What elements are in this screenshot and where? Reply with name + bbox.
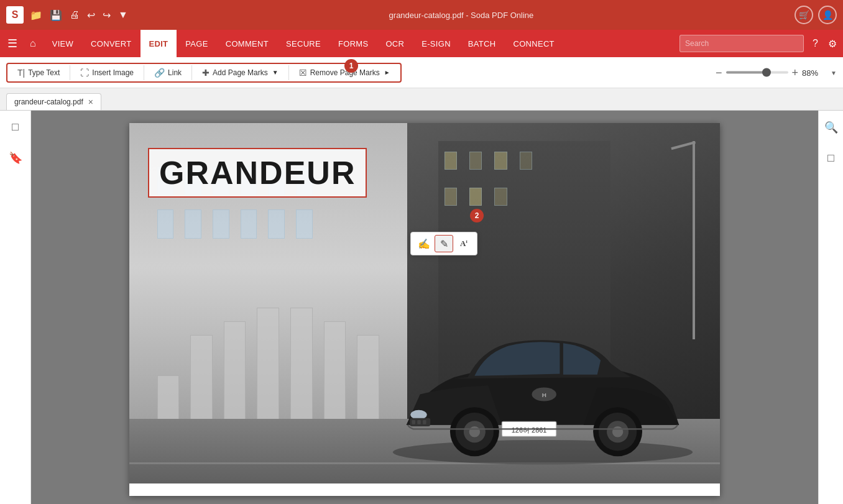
pencil-icon: ✎ xyxy=(440,238,448,250)
zoom-value: 88% xyxy=(802,68,827,77)
svg-point-4 xyxy=(469,426,481,438)
top-bar: S 📁 💾 🖨 ↩ ↪ ▼ grandeur-catalog.pdf - Sod… xyxy=(0,0,843,30)
hand-tool-button[interactable]: ✍ xyxy=(415,235,433,252)
grandeur-title: GRANDEUR xyxy=(159,154,356,191)
svg-text:H: H xyxy=(542,392,546,398)
user-icon[interactable]: 👤 xyxy=(818,6,837,24)
link-button[interactable]: 🔗 Link xyxy=(148,65,188,80)
file-tab-close-icon[interactable]: × xyxy=(88,97,93,107)
file-tab-name: grandeur-catalog.pdf xyxy=(14,98,83,106)
pencil-tool-button[interactable]: ✎ xyxy=(435,235,453,252)
nav-edit[interactable]: EDIT xyxy=(140,30,177,57)
step-badge-2: 2 xyxy=(470,209,484,222)
nav-batch[interactable]: BATCH xyxy=(459,30,505,57)
file-tab-grandeur[interactable]: grandeur-catalog.pdf × xyxy=(6,93,101,110)
add-page-marks-button[interactable]: ✚ Add Page Marks ▼ xyxy=(196,65,285,80)
nav-forms[interactable]: FORMS xyxy=(329,30,377,57)
bookmarks-panel-icon[interactable]: 🔖 xyxy=(5,147,26,168)
svg-point-9 xyxy=(410,410,426,419)
help-icon[interactable]: ? xyxy=(810,35,821,52)
edit-toolbar-group: T| Type Text ⛶ Insert Image 🔗 Link ✚ Add… xyxy=(6,63,402,83)
text-cursor-icon: AI xyxy=(460,239,468,249)
nav-convert[interactable]: CONVERT xyxy=(82,30,140,57)
pdf-area: 2 ✍ ✎ AI xyxy=(31,111,818,504)
text-tool-button[interactable]: AI xyxy=(454,235,473,252)
save-icon[interactable]: 💾 xyxy=(50,9,62,21)
zoom-out-icon[interactable]: − xyxy=(716,66,722,79)
step-badge-2-wrapper: 2 xyxy=(470,209,484,222)
svg-point-8 xyxy=(612,426,624,438)
add-mark-icon: ✚ xyxy=(202,68,210,78)
svg-rect-12 xyxy=(417,420,420,424)
car-svg: 126허 2861 H xyxy=(366,285,720,483)
separator-4 xyxy=(288,65,289,80)
nav-esign[interactable]: E-SIGN xyxy=(413,30,459,57)
nav-actions: ? ⚙ xyxy=(810,35,839,52)
main-content: □ 🔖 2 ✍ ✎ AI xyxy=(0,111,843,504)
app-logo[interactable]: S xyxy=(6,6,24,24)
separator-3 xyxy=(191,65,192,80)
nav-bar: ☰ ⌂ VIEW CONVERT EDIT PAGE COMMENT SECUR… xyxy=(0,30,843,57)
insert-image-button[interactable]: ⛶ Insert Image xyxy=(74,65,140,80)
folder-open-icon[interactable]: 📁 xyxy=(30,9,42,21)
svg-text:126허 2861: 126허 2861 xyxy=(512,426,547,434)
search-panel-icon[interactable]: 🔍 xyxy=(821,117,842,138)
left-sidebar: □ 🔖 xyxy=(0,111,31,504)
nav-secure[interactable]: SECURE xyxy=(277,30,329,57)
nav-connect[interactable]: CONNECT xyxy=(504,30,563,57)
svg-point-0 xyxy=(393,440,693,464)
file-tabs: grandeur-catalog.pdf × xyxy=(0,88,843,111)
right-sidebar: 🔍 □ xyxy=(818,111,843,504)
pdf-image: GRANDEUR xyxy=(129,123,720,483)
settings-icon[interactable]: ⚙ xyxy=(826,35,839,52)
redo-icon[interactable]: ↪ xyxy=(103,9,111,21)
svg-rect-11 xyxy=(412,420,415,424)
home-icon[interactable]: ⌂ xyxy=(26,35,40,52)
window-title: grandeur-catalog.pdf - Soda PDF Online xyxy=(128,11,795,20)
pages-panel-icon[interactable]: □ xyxy=(8,117,22,137)
zoom-dropdown-icon[interactable]: ▼ xyxy=(831,69,837,76)
zoom-control: − + 88% ▼ xyxy=(716,66,837,79)
zoom-in-icon[interactable]: + xyxy=(792,66,799,79)
nav-view[interactable]: VIEW xyxy=(44,30,82,57)
search-input[interactable] xyxy=(679,35,804,52)
undo-icon[interactable]: ↩ xyxy=(87,9,95,21)
top-bar-right: 🛒 👤 xyxy=(795,6,837,24)
chevron-down-icon: ▼ xyxy=(272,69,279,76)
pdf-page: GRANDEUR xyxy=(129,123,720,496)
nav-ocr[interactable]: OCR xyxy=(377,30,413,57)
cart-icon[interactable]: 🛒 xyxy=(795,6,813,24)
separator-1 xyxy=(70,65,70,80)
fit-page-icon[interactable]: □ xyxy=(824,148,838,168)
toolbar: T| Type Text ⛶ Insert Image 🔗 Link ✚ Add… xyxy=(0,57,843,88)
zoom-controls: − + 88% ▼ xyxy=(716,66,837,79)
type-text-icon: T| xyxy=(17,68,25,78)
step-badge-1: 1 xyxy=(344,59,358,73)
print-icon[interactable]: 🖨 xyxy=(70,9,80,21)
chevron-right-icon: ► xyxy=(384,69,390,76)
nav-page[interactable]: PAGE xyxy=(177,30,216,57)
grandeur-text-box[interactable]: GRANDEUR xyxy=(148,148,367,198)
zoom-thumb xyxy=(762,68,771,77)
separator-2 xyxy=(144,65,144,80)
svg-rect-13 xyxy=(423,420,426,424)
image-icon: ⛶ xyxy=(80,68,89,78)
floating-toolbar: ✍ ✎ AI xyxy=(410,232,477,255)
type-text-button[interactable]: T| Type Text xyxy=(11,65,66,80)
top-bar-icons: 📁 💾 🖨 ↩ ↪ ▼ xyxy=(30,9,128,21)
nav-comment[interactable]: COMMENT xyxy=(217,30,277,57)
link-icon: 🔗 xyxy=(154,68,165,78)
hand-icon: ✍ xyxy=(418,238,430,250)
more-icon[interactable]: ▼ xyxy=(118,9,128,21)
remove-mark-icon: ☒ xyxy=(299,68,307,78)
hamburger-icon[interactable]: ☰ xyxy=(4,34,21,53)
zoom-slider[interactable] xyxy=(726,71,788,74)
